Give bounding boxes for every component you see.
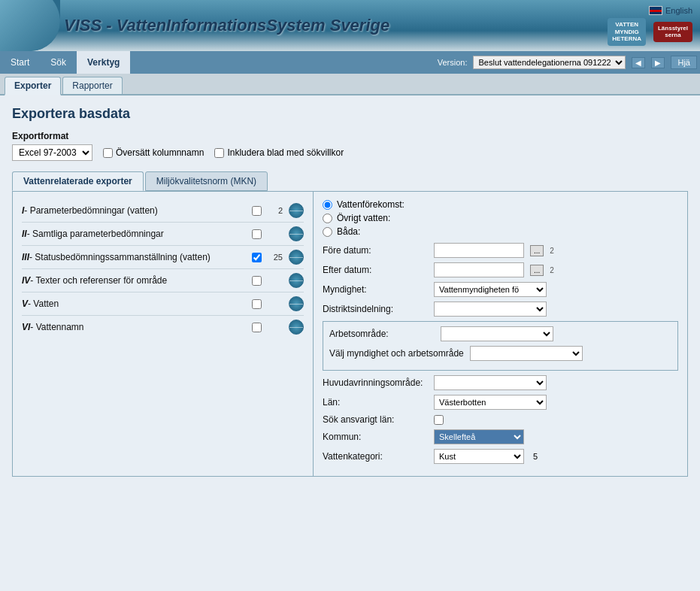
- valj-myndighet-row: Välj myndighet och arbetsområde: [329, 346, 671, 361]
- navbar-right: Version: Beslut vattendelegationerna 091…: [438, 56, 700, 69]
- huvudavrinningsomrade-select[interactable]: [434, 375, 547, 390]
- sok-ansvarigt-lan-checkbox[interactable]: [434, 415, 444, 425]
- radio-bada[interactable]: Båda:: [323, 226, 678, 237]
- efter-datum-picker-button[interactable]: ...: [530, 265, 544, 276]
- page-title: Exportera basdata: [12, 106, 688, 122]
- export-check-1[interactable]: [252, 206, 262, 216]
- globe-icon-1[interactable]: [289, 203, 304, 218]
- nav-verktyg[interactable]: Verktyg: [77, 51, 130, 74]
- help-button[interactable]: Hjä: [671, 56, 697, 69]
- efter-datum-label: Efter datum:: [323, 265, 428, 275]
- arbetsomrade-select[interactable]: [441, 326, 553, 341]
- export-check-5[interactable]: [252, 299, 262, 309]
- myndighet-select[interactable]: Vattenmyndigheten fö: [434, 282, 547, 297]
- format-row: Excel 97-2003 Översätt kolumnnamn Inklud…: [12, 144, 688, 161]
- arbetsomrade-label: Arbetsområde:: [329, 329, 435, 339]
- format-select[interactable]: Excel 97-2003: [12, 144, 92, 161]
- lan-select[interactable]: Västerbotten: [434, 395, 547, 410]
- vattenkategori-select[interactable]: Kust: [434, 449, 524, 464]
- myndighet-row: Myndighet: Vattenmyndigheten fö: [323, 282, 678, 297]
- language-label: English: [665, 6, 692, 15]
- radio-vattenforekomst-input[interactable]: [323, 200, 332, 210]
- globe-icon-4[interactable]: [289, 273, 304, 288]
- left-col: I- Parameterbedömningar (vatten) 2 II- S…: [13, 192, 314, 476]
- kommun-select[interactable]: Skellefteå: [434, 429, 524, 444]
- sok-ansvarigt-lan-row: Sök ansvarigt län:: [323, 414, 678, 425]
- subtabs: Exporter Rapporter: [0, 74, 700, 95]
- org-logos: VATTENMYNDIGHETERNA Länsstyrelserna: [608, 18, 692, 46]
- vattenmyndigheterna-logo: VATTENMYNDIGHETERNA: [608, 18, 646, 46]
- fore-datum-label: Före datum:: [323, 245, 428, 256]
- app-title: VISS - VattenInformationsSystem Sverige: [64, 16, 389, 35]
- inner-tab-mkn[interactable]: Miljökvalitetsnorm (MKN): [145, 171, 268, 191]
- vattenkategori-row: Vattenkategori: Kust 5: [323, 449, 678, 464]
- export-num-1: 2: [268, 206, 283, 215]
- nav-items: Start Sök Verktyg: [0, 51, 130, 74]
- include-sheet-checkbox[interactable]: [214, 148, 224, 158]
- vattenkategori-count: 5: [533, 452, 538, 461]
- translate-columns-checkbox-label[interactable]: Översätt kolumnnamn: [103, 147, 204, 158]
- include-sheet-checkbox-label[interactable]: Inkludera blad med sökvillkor: [214, 147, 344, 158]
- lan-label: Län:: [323, 397, 428, 408]
- kommun-label: Kommun:: [323, 432, 428, 442]
- export-label-4: IV- Texter och referenser för område: [22, 275, 246, 286]
- export-check-3[interactable]: [252, 253, 262, 262]
- fore-datum-row: Före datum: ... 2: [323, 243, 678, 258]
- valj-myndighet-select[interactable]: [470, 346, 583, 361]
- export-check-2[interactable]: [252, 229, 262, 239]
- myndighet-label: Myndighet:: [323, 284, 428, 295]
- radio-ovrigt-input[interactable]: [323, 214, 332, 223]
- radio-vattenforekomst[interactable]: Vattenförekomst:: [323, 199, 678, 210]
- nav-start[interactable]: Start: [0, 51, 40, 74]
- radio-bada-input[interactable]: [323, 227, 332, 237]
- export-label-2: II- Samtliga parameterbedömningar: [22, 229, 246, 239]
- logo-arc: [0, 0, 60, 51]
- kommun-row: Kommun: Skellefteå: [323, 429, 678, 444]
- version-select[interactable]: Beslut vattendelegationerna 091222: [473, 56, 626, 69]
- radio-ovrigt[interactable]: Övrigt vatten:: [323, 213, 678, 223]
- globe-icon-6[interactable]: [289, 320, 304, 335]
- two-col-layout: I- Parameterbedömningar (vatten) 2 II- S…: [12, 191, 688, 477]
- subtab-rapporter[interactable]: Rapporter: [62, 77, 122, 94]
- export-row-5: V- Vatten: [22, 292, 304, 316]
- export-label-3: III- Statusbedömningssammanställning (va…: [22, 252, 246, 262]
- translate-columns-checkbox[interactable]: [103, 148, 113, 158]
- main-content: Exportera basdata Exportformat Excel 97-…: [0, 95, 700, 591]
- nav-next-button[interactable]: ▶: [651, 57, 665, 68]
- subregion-box: Arbetsområde: Välj myndighet och arbetso…: [323, 321, 678, 371]
- header-right: English VATTENMYNDIGHETERNA Länsstyrelse…: [608, 6, 692, 46]
- distriktsindelning-select[interactable]: [434, 302, 547, 317]
- subtab-exporter[interactable]: Exporter: [5, 77, 61, 95]
- navbar: Start Sök Verktyg Version: Beslut vatten…: [0, 51, 700, 74]
- efter-datum-input[interactable]: [434, 262, 524, 277]
- logo-area: [0, 0, 60, 51]
- export-check-6[interactable]: [252, 323, 262, 332]
- globe-icon-5[interactable]: [289, 296, 304, 311]
- fore-datum-input[interactable]: [434, 243, 524, 258]
- export-label-1: I- Parameterbedömningar (vatten): [22, 205, 246, 216]
- efter-datum-row: Efter datum: ... 2: [323, 262, 678, 277]
- distriktsindelning-row: Distriktsindelning:: [323, 302, 678, 317]
- inner-tabs: Vattenrelaterade exporter Miljökvalitets…: [12, 171, 688, 191]
- inner-tab-vatten[interactable]: Vattenrelaterade exporter: [12, 171, 144, 191]
- globe-icon-3[interactable]: [289, 250, 304, 265]
- fore-datum-picker-button[interactable]: ...: [530, 245, 544, 256]
- sok-ansvarigt-lan-label: Sök ansvarigt län:: [323, 414, 428, 425]
- distriktsindelning-label: Distriktsindelning:: [323, 304, 428, 314]
- nav-sok[interactable]: Sök: [40, 51, 77, 74]
- nav-prev-button[interactable]: ◀: [632, 57, 645, 68]
- globe-icon-2[interactable]: [289, 226, 304, 241]
- export-check-4[interactable]: [252, 276, 262, 286]
- arbetsomrade-row: Arbetsområde:: [329, 326, 671, 341]
- huvudavrinningsomrade-row: Huvudavrinningsområde:: [323, 375, 678, 390]
- water-type-radio-group: Vattenförekomst: Övrigt vatten: Båda:: [323, 199, 678, 237]
- huvudavrinningsomrade-label: Huvudavrinningsområde:: [323, 377, 428, 388]
- vattenkategori-label: Vattenkategori:: [323, 451, 428, 462]
- lan-row: Län: Västerbotten: [323, 395, 678, 410]
- language-selector[interactable]: English: [649, 6, 692, 15]
- export-format-label: Exportformat: [12, 131, 688, 141]
- export-row-1: I- Parameterbedömningar (vatten) 2: [22, 199, 304, 223]
- flag-icon: [649, 6, 662, 15]
- export-row-4: IV- Texter och referenser för område: [22, 269, 304, 292]
- right-col: Vattenförekomst: Övrigt vatten: Båda: Fö…: [314, 192, 687, 476]
